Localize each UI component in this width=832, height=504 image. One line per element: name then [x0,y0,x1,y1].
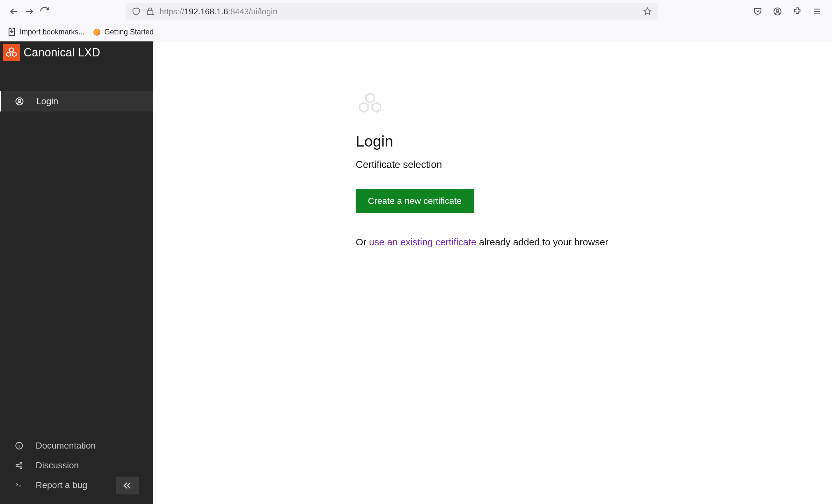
info-icon [15,441,24,450]
sidebar-collapse-button[interactable] [116,477,139,495]
sidebar-link-label: Documentation [36,441,96,451]
lxd-logo-icon [6,47,17,58]
menu-icon[interactable] [812,7,822,16]
arrow-left-icon [8,6,20,17]
page-title: Login [356,133,832,150]
import-icon [7,27,17,37]
browser-toolbar: https://192.168.1.6:8443/ui/login [0,0,832,23]
lock-warning-icon [145,7,155,16]
app-root: Canonical LXD Login Documentation Discus… [0,41,832,504]
bookmark-label: Import bookmarks... [20,28,84,36]
terminal-icon [15,481,24,490]
arrow-right-icon [24,6,35,17]
brand-title: Canonical LXD [24,46,100,59]
bookmark-label: Getting Started [104,28,154,36]
url-prefix: https:// [159,7,184,16]
bookmark-import[interactable]: Import bookmarks... [7,27,84,37]
toolbar-right [753,7,826,16]
sidebar-nav: Login [0,91,153,112]
sidebar: Canonical LXD Login Documentation Discus… [0,41,153,504]
account-icon[interactable] [773,7,782,16]
url-text: https://192.168.1.6:8443/ui/login [159,7,277,17]
brand-badge [3,44,20,61]
sidebar-link-label: Discussion [36,460,79,471]
address-bar[interactable]: https://192.168.1.6:8443/ui/login [126,3,658,20]
url-host: 192.168.1.6 [184,7,228,16]
bookmark-getting-started[interactable]: Getting Started [93,28,154,36]
url-suffix: :8443/ui/login [228,7,277,16]
alternative-login-text: Or use an existing certificate already a… [356,237,832,248]
pocket-icon[interactable] [753,7,762,16]
reload-button[interactable] [37,4,52,19]
sidebar-link-discussion[interactable]: Discussion [0,455,153,475]
svg-point-2 [776,9,779,12]
svg-rect-0 [147,11,153,15]
page-logo [358,91,832,117]
sidebar-item-login[interactable]: Login [0,91,153,112]
shield-icon [131,7,141,16]
sidebar-link-documentation[interactable]: Documentation [0,436,153,455]
extensions-icon[interactable] [792,7,802,16]
page-subtitle: Certificate selection [356,159,832,170]
main-content: Login Certificate selection Create a new… [153,41,832,504]
share-icon [15,461,24,470]
sidebar-item-label: Login [36,96,58,106]
sidebar-link-label: Report a bug [36,480,87,490]
firefox-icon [93,28,101,36]
back-button[interactable] [6,4,22,19]
user-circle-icon [15,96,24,106]
reload-icon [39,6,50,17]
star-icon[interactable] [643,7,652,16]
create-certificate-button[interactable]: Create a new certificate [356,189,474,213]
use-existing-certificate-link[interactable]: use an existing certificate [369,237,476,247]
svg-point-5 [18,100,21,102]
or-suffix: already added to your browser [476,237,608,247]
bookmarks-bar: Import bookmarks... Getting Started [0,23,832,41]
brand[interactable]: Canonical LXD [0,41,153,64]
chevron-double-left-icon [122,480,133,491]
forward-button[interactable] [22,4,37,19]
or-prefix: Or [356,237,369,247]
lxd-logo-ghost-icon [358,91,383,116]
